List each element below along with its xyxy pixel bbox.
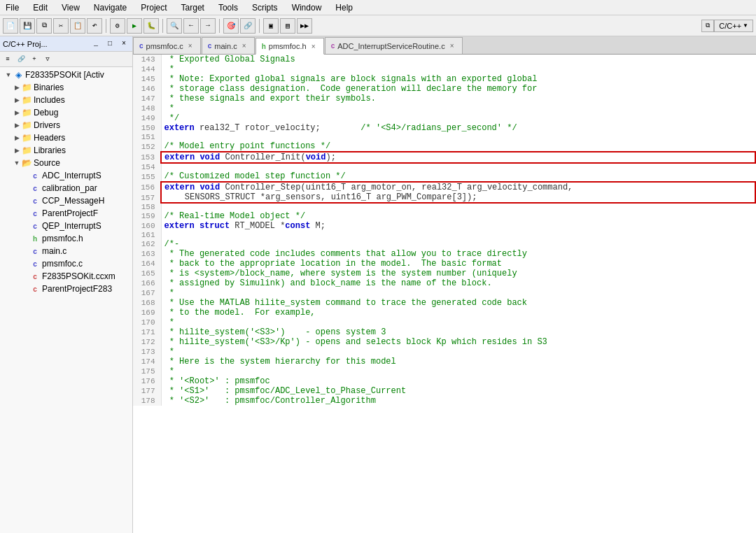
tab-pmsmfoc-h[interactable]: h pmsmfoc.h × <box>255 38 324 55</box>
line-content[interactable]: * <box>161 288 755 298</box>
menu-target[interactable]: Target <box>178 1 207 14</box>
line-content[interactable]: * <box>161 318 755 327</box>
line-content[interactable]: * back to the appropriate location in th… <box>161 259 755 269</box>
tree-source[interactable]: ▼ 📂 Source <box>0 157 132 169</box>
line-content[interactable]: * The generated code includes comments t… <box>161 249 755 259</box>
includes-toggle-icon[interactable]: ▶ <box>13 96 21 104</box>
tree-adc[interactable]: c ADC_InterruptS <box>0 169 132 182</box>
line-content[interactable]: extern struct RT_MODEL *const M; <box>161 221 755 231</box>
line-content[interactable]: * is <system>/block_name, where system i… <box>161 269 755 278</box>
tree-parentproject2[interactable]: c ParentProjectF283 <box>0 283 132 295</box>
line-content[interactable]: extern void Controller_Init(void); <box>161 152 755 163</box>
tab-adc-close[interactable]: × <box>448 42 456 50</box>
line-content[interactable]: * <box>161 347 755 357</box>
tree-f28335-cxx[interactable]: c F2835PSOKit.ccxm <box>0 270 132 283</box>
binaries-toggle-icon[interactable]: ▶ <box>13 83 21 92</box>
debug-button[interactable]: 🐛 <box>144 18 159 34</box>
line-content[interactable] <box>161 231 755 239</box>
perspective-button[interactable]: C/C++ ▼ <box>714 20 753 32</box>
tree-parentproject1[interactable]: c ParentProjectF <box>0 207 132 220</box>
line-content[interactable]: /* Customized model step function */ <box>161 171 755 182</box>
tree-drivers[interactable]: ▶ 📁 Drivers <box>0 119 132 132</box>
filter-button[interactable]: ▽ <box>41 53 54 66</box>
save-button[interactable]: 💾 <box>20 18 35 34</box>
libraries-toggle-icon[interactable]: ▶ <box>13 146 21 155</box>
menu-window[interactable]: Window <box>289 1 325 14</box>
tree-headers[interactable]: ▶ 📁 Headers <box>0 132 132 144</box>
drivers-toggle-icon[interactable]: ▶ <box>13 121 21 129</box>
tab-main-c[interactable]: c main.c × <box>202 37 255 54</box>
line-content[interactable]: * <box>161 104 755 113</box>
extra-btn3[interactable]: ▶▶ <box>297 18 312 34</box>
tree-ccp[interactable]: c CCP_MessageH <box>0 194 132 207</box>
run-button[interactable]: ▶ <box>127 18 142 34</box>
undo-arrow[interactable]: ↶ <box>87 18 102 34</box>
cut-button[interactable]: ✂ <box>53 18 69 34</box>
line-content[interactable]: /* Model entry point functions */ <box>161 141 755 152</box>
connect-btn[interactable]: 🔗 <box>240 18 255 34</box>
nav-fwd-button[interactable]: → <box>200 18 216 34</box>
menu-file[interactable]: File <box>3 1 22 14</box>
line-content[interactable]: /* Real-time Model object */ <box>161 211 755 221</box>
line-content[interactable]: * <box>161 64 755 74</box>
tree-qep[interactable]: c QEP_InterruptS <box>0 220 132 232</box>
extra-btn2[interactable]: ▤ <box>280 18 295 34</box>
search-button[interactable]: 🔍 <box>167 18 182 34</box>
line-content[interactable]: * Exported Global Signals <box>161 55 755 64</box>
target-btn[interactable]: 🎯 <box>223 18 239 34</box>
line-content[interactable] <box>161 203 755 211</box>
line-content[interactable]: * storage class designation. Code genera… <box>161 84 755 94</box>
tree-libraries[interactable]: ▶ 📁 Libraries <box>0 144 132 157</box>
link-editor-button[interactable]: 🔗 <box>15 53 27 66</box>
menu-project[interactable]: Project <box>138 1 169 14</box>
line-content[interactable]: * <box>161 367 755 376</box>
root-toggle-icon[interactable]: ▼ <box>4 71 13 79</box>
tree-binaries[interactable]: ▶ 📁 Binaries <box>0 81 132 94</box>
extra-btn1[interactable]: ▣ <box>263 18 279 34</box>
menu-tools[interactable]: Tools <box>216 1 241 14</box>
menu-scripts[interactable]: Scripts <box>249 1 281 14</box>
line-content[interactable]: * Note: Exported global signals are bloc… <box>161 74 755 84</box>
tab-adc[interactable]: c ADC_InterruptServiceRoutine.c × <box>325 37 463 54</box>
line-content[interactable]: extern void Controller_Step(uint16_T arg… <box>161 182 755 192</box>
tab-pmsmfoc-h-close[interactable]: × <box>309 42 318 50</box>
line-content[interactable]: * assigned by Simulink) and block_name i… <box>161 278 755 288</box>
line-content[interactable]: * hilite_system('<S3>/Kp') - opens and s… <box>161 337 755 347</box>
tree-debug[interactable]: ▶ 📁 Debug <box>0 106 132 119</box>
line-content[interactable]: * these signals and export their symbols… <box>161 94 755 104</box>
line-content[interactable]: extern real32_T rotor_velocity; /* '<S4>… <box>161 123 755 133</box>
copy-button[interactable]: ⧉ <box>36 18 52 34</box>
build-button[interactable]: ⚙ <box>110 18 125 34</box>
menu-view[interactable]: View <box>59 1 83 14</box>
line-content[interactable] <box>161 163 755 171</box>
line-content[interactable]: * Use the MATLAB hilite_system command t… <box>161 298 755 308</box>
line-content[interactable]: * to the model. For example, <box>161 308 755 318</box>
line-content[interactable]: /*- <box>161 239 755 249</box>
tree-pmsmfoc-h[interactable]: h pmsmfoc.h <box>0 232 132 245</box>
paste-button[interactable]: 📋 <box>70 18 85 34</box>
collapse-all-button[interactable]: ≡ <box>1 53 14 66</box>
line-content[interactable]: * Here is the system hierarchy for this … <box>161 357 755 367</box>
line-content[interactable]: * '<S2>' : pmsmfoc/Controller_Algorithm <box>161 396 755 406</box>
line-content[interactable]: */ <box>161 113 755 123</box>
source-toggle-icon[interactable]: ▼ <box>13 159 21 167</box>
line-content[interactable]: * '<S1>' : pmsmfoc/ADC_Level_to_Phase_Cu… <box>161 386 755 396</box>
line-content[interactable]: SENSORS_STRUCT *arg_sensors, uint16_T ar… <box>161 192 755 203</box>
tab-pmsmfoc-c[interactable]: c pmsmfoc.c × <box>133 37 201 54</box>
tree-includes[interactable]: ▶ 📁 Includes <box>0 94 132 106</box>
nav-back-button[interactable]: ← <box>183 18 199 34</box>
debug-toggle-icon[interactable]: ▶ <box>13 108 21 117</box>
tab-pmsmfoc-c-close[interactable]: × <box>186 42 195 50</box>
menu-edit[interactable]: Edit <box>30 1 50 14</box>
tree-pmsmfoc-c[interactable]: c pmsmfoc.c <box>0 257 132 270</box>
new-file-button[interactable]: + <box>28 53 41 66</box>
line-content[interactable]: * hilite_system('<S3>') - opens system 3 <box>161 327 755 337</box>
line-content[interactable] <box>161 133 755 141</box>
line-content[interactable]: * '<Root>' : pmsmfoc <box>161 376 755 386</box>
maximize-button[interactable]: ⧉ <box>701 20 714 32</box>
panel-maximize-icon[interactable]: □ <box>104 38 115 50</box>
new-button[interactable]: 📄 <box>3 18 18 34</box>
panel-minimize-icon[interactable]: _ <box>90 38 102 50</box>
tab-main-c-close[interactable]: × <box>240 42 248 50</box>
menu-help[interactable]: Help <box>332 1 356 14</box>
